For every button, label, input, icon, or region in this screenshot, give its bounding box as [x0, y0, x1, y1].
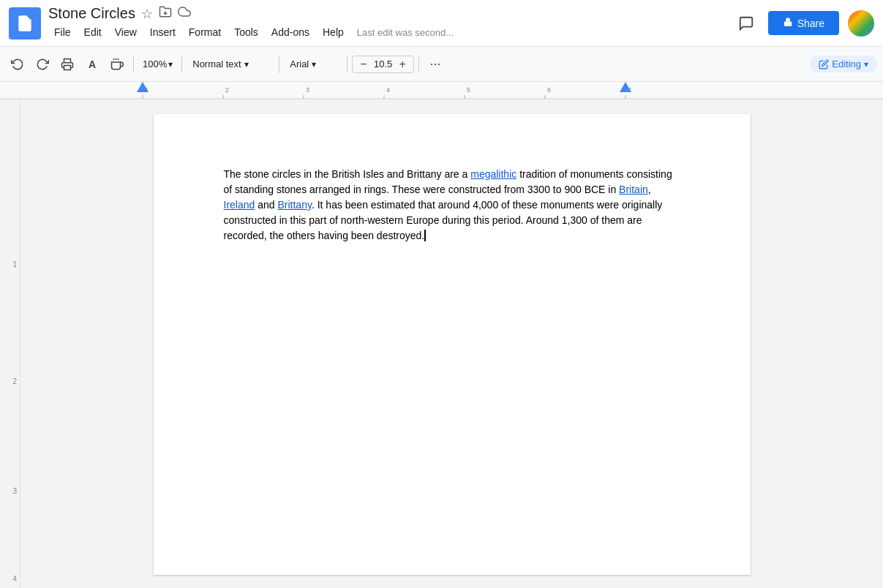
share-label: Share	[797, 18, 824, 29]
title-area: Stone Circles ☆ File Edit View Insert Fo…	[48, 5, 733, 41]
britain-link[interactable]: Britain	[619, 184, 648, 195]
document-area[interactable]: The stone circles in the British Isles a…	[20, 99, 883, 588]
menu-file[interactable]: File	[48, 23, 77, 41]
divider-3	[279, 56, 279, 73]
brittany-link[interactable]: Brittany	[277, 199, 311, 211]
page-num-3: 3	[12, 487, 17, 495]
font-label: Arial	[290, 59, 309, 69]
svg-text:3: 3	[306, 86, 309, 94]
editing-arrow-icon: ▾	[864, 59, 868, 69]
font-selector[interactable]: Arial ▾	[284, 57, 342, 71]
page-num-1: 1	[12, 260, 17, 268]
menu-bar: File Edit View Insert Format Tools Add-o…	[48, 23, 733, 41]
menu-help[interactable]: Help	[317, 23, 350, 41]
avatar[interactable]	[848, 10, 874, 37]
editing-mode-button[interactable]: Editing ▾	[810, 56, 877, 72]
megalithic-link[interactable]: megalithic	[470, 168, 516, 180]
svg-text:2: 2	[225, 86, 229, 94]
top-right-actions: Share	[733, 10, 874, 37]
share-button[interactable]: Share	[768, 11, 839, 35]
zoom-value: 100%	[143, 59, 167, 69]
redo-button[interactable]	[31, 53, 54, 76]
ruler-svg: 1 2 3 4 5 6 7	[0, 82, 883, 99]
style-label: Normal text	[192, 59, 241, 69]
style-arrow-icon: ▾	[244, 59, 249, 69]
menu-addons[interactable]: Add-ons	[266, 23, 315, 41]
menu-tools[interactable]: Tools	[228, 23, 264, 41]
app-icon	[9, 7, 41, 39]
doc-title[interactable]: Stone Circles	[48, 5, 135, 22]
zoom-arrow-icon: ▾	[168, 59, 173, 69]
comments-button[interactable]	[733, 10, 759, 37]
star-icon[interactable]: ☆	[141, 6, 153, 22]
font-arrow-icon: ▾	[312, 59, 316, 69]
svg-text:5: 5	[467, 86, 470, 94]
main-area: 1 2 3 4 The stone circles in the British…	[0, 99, 883, 588]
ruler: 1 2 3 4 5 6 7	[0, 82, 883, 99]
cloud-save-icon[interactable]	[178, 5, 191, 22]
lock-icon	[783, 17, 793, 29]
spell-check-button[interactable]: A	[80, 53, 104, 76]
menu-format[interactable]: Format	[183, 23, 227, 41]
document-content[interactable]: The stone circles in the British Isles a…	[224, 167, 680, 244]
svg-text:6: 6	[547, 86, 551, 94]
paint-format-button[interactable]	[105, 53, 129, 76]
font-size-value[interactable]: 10.5	[373, 59, 394, 69]
document-paragraph: The stone circles in the British Isles a…	[224, 167, 680, 244]
style-selector[interactable]: Normal text ▾	[187, 57, 274, 71]
last-edit-status: Last edit was second...	[357, 27, 454, 38]
editing-label: Editing	[832, 59, 861, 69]
divider-4	[347, 56, 347, 73]
divider-1	[133, 56, 134, 73]
menu-view[interactable]: View	[109, 23, 143, 41]
more-options-button[interactable]: ···	[424, 53, 447, 76]
top-bar: Stone Circles ☆ File Edit View Insert Fo…	[0, 0, 883, 47]
font-size-control: − 10.5 +	[352, 56, 414, 73]
divider-2	[181, 56, 182, 73]
doc-title-row: Stone Circles ☆	[48, 5, 733, 22]
svg-text:4: 4	[386, 86, 390, 94]
page-num-2: 2	[12, 377, 17, 385]
decrease-font-size-button[interactable]: −	[357, 58, 369, 71]
undo-button[interactable]	[6, 53, 29, 76]
increase-font-size-button[interactable]: +	[397, 58, 409, 71]
ireland-link[interactable]: Ireland	[224, 199, 255, 211]
svg-rect-9	[0, 82, 883, 99]
svg-rect-4	[784, 21, 792, 26]
toolbar: A 100% ▾ Normal text ▾ Arial ▾ − 10.5 + …	[0, 47, 883, 82]
menu-insert[interactable]: Insert	[144, 23, 181, 41]
move-to-folder-icon[interactable]	[159, 5, 172, 22]
text-cursor	[424, 230, 426, 241]
svg-rect-5	[64, 65, 71, 69]
zoom-selector[interactable]: 100% ▾	[138, 57, 177, 71]
menu-edit[interactable]: Edit	[78, 23, 108, 41]
divider-5	[418, 56, 419, 73]
left-margin: 1 2 3 4	[0, 99, 20, 588]
print-button[interactable]	[56, 53, 79, 76]
page-num-4: 4	[12, 575, 17, 583]
docs-logo	[15, 14, 34, 33]
document-page: The stone circles in the British Isles a…	[154, 114, 751, 575]
